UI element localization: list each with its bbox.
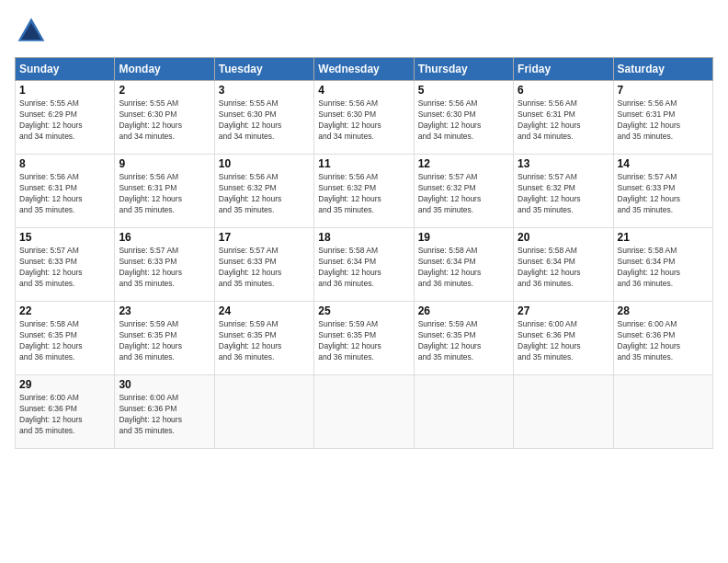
day-number: 29 (19, 378, 110, 391)
day-number: 22 (19, 304, 110, 317)
day-number: 1 (19, 84, 110, 97)
calendar-cell: 18Sunrise: 5:58 AM Sunset: 6:34 PM Dayli… (314, 228, 414, 302)
calendar-cell: 26Sunrise: 5:59 AM Sunset: 6:35 PM Dayli… (414, 302, 513, 375)
day-number: 17 (219, 231, 310, 244)
calendar-cell: 6Sunrise: 5:56 AM Sunset: 6:31 PM Daylig… (514, 81, 613, 155)
calendar-cell: 21Sunrise: 5:58 AM Sunset: 6:34 PM Dayli… (613, 228, 712, 302)
col-header-friday: Friday (514, 58, 613, 81)
calendar-cell: 16Sunrise: 5:57 AM Sunset: 6:33 PM Dayli… (115, 228, 214, 302)
day-info: Sunrise: 5:57 AM Sunset: 6:32 PM Dayligh… (418, 172, 509, 216)
day-info: Sunrise: 6:00 AM Sunset: 6:36 PM Dayligh… (618, 319, 709, 363)
day-info: Sunrise: 6:00 AM Sunset: 6:36 PM Dayligh… (119, 393, 210, 437)
logo-icon (15, 15, 48, 48)
day-number: 14 (618, 157, 709, 170)
day-number: 6 (518, 84, 609, 97)
calendar-cell: 3Sunrise: 5:55 AM Sunset: 6:30 PM Daylig… (214, 81, 313, 155)
day-info: Sunrise: 5:56 AM Sunset: 6:31 PM Dayligh… (618, 98, 709, 143)
calendar-cell: 23Sunrise: 5:59 AM Sunset: 6:35 PM Dayli… (115, 302, 214, 375)
header (15, 15, 713, 48)
day-info: Sunrise: 5:57 AM Sunset: 6:33 PM Dayligh… (119, 246, 210, 290)
day-info: Sunrise: 5:58 AM Sunset: 6:34 PM Dayligh… (418, 246, 509, 290)
day-number: 2 (119, 84, 210, 97)
calendar-cell: 14Sunrise: 5:57 AM Sunset: 6:33 PM Dayli… (613, 155, 712, 228)
day-number: 9 (119, 157, 210, 170)
day-number: 4 (318, 84, 409, 97)
calendar-table: SundayMondayTuesdayWednesdayThursdayFrid… (15, 57, 713, 449)
calendar-cell: 29Sunrise: 6:00 AM Sunset: 6:36 PM Dayli… (16, 375, 115, 449)
calendar-cell: 7Sunrise: 5:56 AM Sunset: 6:31 PM Daylig… (613, 81, 712, 155)
day-info: Sunrise: 5:55 AM Sunset: 6:29 PM Dayligh… (19, 98, 110, 143)
calendar-cell: 15Sunrise: 5:57 AM Sunset: 6:33 PM Dayli… (16, 228, 115, 302)
day-number: 15 (19, 231, 110, 244)
col-header-saturday: Saturday (613, 58, 712, 81)
day-info: Sunrise: 5:57 AM Sunset: 6:33 PM Dayligh… (219, 246, 310, 290)
calendar-cell (613, 375, 712, 449)
day-info: Sunrise: 5:57 AM Sunset: 6:32 PM Dayligh… (518, 172, 609, 216)
calendar-cell: 5Sunrise: 5:56 AM Sunset: 6:30 PM Daylig… (414, 81, 513, 155)
day-number: 24 (219, 304, 310, 317)
calendar-cell: 22Sunrise: 5:58 AM Sunset: 6:35 PM Dayli… (16, 302, 115, 375)
calendar-cell: 11Sunrise: 5:56 AM Sunset: 6:32 PM Dayli… (314, 155, 414, 228)
day-number: 7 (618, 84, 709, 97)
day-info: Sunrise: 5:59 AM Sunset: 6:35 PM Dayligh… (219, 319, 310, 363)
day-info: Sunrise: 5:56 AM Sunset: 6:31 PM Dayligh… (119, 172, 210, 216)
calendar-cell (214, 375, 313, 449)
calendar-cell: 19Sunrise: 5:58 AM Sunset: 6:34 PM Dayli… (414, 228, 513, 302)
calendar-cell: 4Sunrise: 5:56 AM Sunset: 6:30 PM Daylig… (314, 81, 414, 155)
day-info: Sunrise: 5:56 AM Sunset: 6:30 PM Dayligh… (318, 98, 409, 143)
day-info: Sunrise: 5:57 AM Sunset: 6:33 PM Dayligh… (618, 172, 709, 216)
calendar-cell: 9Sunrise: 5:56 AM Sunset: 6:31 PM Daylig… (115, 155, 214, 228)
day-number: 3 (219, 84, 310, 97)
day-info: Sunrise: 5:59 AM Sunset: 6:35 PM Dayligh… (119, 319, 210, 363)
day-info: Sunrise: 5:56 AM Sunset: 6:30 PM Dayligh… (418, 98, 509, 143)
day-info: Sunrise: 6:00 AM Sunset: 6:36 PM Dayligh… (518, 319, 609, 363)
calendar-cell (414, 375, 513, 449)
day-info: Sunrise: 5:55 AM Sunset: 6:30 PM Dayligh… (119, 98, 210, 143)
day-info: Sunrise: 5:58 AM Sunset: 6:34 PM Dayligh… (318, 246, 409, 290)
col-header-monday: Monday (115, 58, 214, 81)
calendar-cell: 8Sunrise: 5:56 AM Sunset: 6:31 PM Daylig… (16, 155, 115, 228)
day-info: Sunrise: 5:58 AM Sunset: 6:34 PM Dayligh… (618, 246, 709, 290)
calendar-cell: 2Sunrise: 5:55 AM Sunset: 6:30 PM Daylig… (115, 81, 214, 155)
day-info: Sunrise: 5:56 AM Sunset: 6:31 PM Dayligh… (19, 172, 110, 216)
calendar-cell (514, 375, 613, 449)
calendar-cell (314, 375, 414, 449)
calendar-cell: 20Sunrise: 5:58 AM Sunset: 6:34 PM Dayli… (514, 228, 613, 302)
day-info: Sunrise: 5:55 AM Sunset: 6:30 PM Dayligh… (219, 98, 310, 143)
day-info: Sunrise: 5:59 AM Sunset: 6:35 PM Dayligh… (418, 319, 509, 363)
day-number: 5 (418, 84, 509, 97)
day-info: Sunrise: 5:56 AM Sunset: 6:31 PM Dayligh… (518, 98, 609, 143)
day-number: 18 (318, 231, 409, 244)
logo (15, 15, 51, 48)
day-number: 19 (418, 231, 509, 244)
day-info: Sunrise: 5:58 AM Sunset: 6:35 PM Dayligh… (19, 319, 110, 363)
calendar-cell: 30Sunrise: 6:00 AM Sunset: 6:36 PM Dayli… (115, 375, 214, 449)
day-info: Sunrise: 5:56 AM Sunset: 6:32 PM Dayligh… (318, 172, 409, 216)
col-header-sunday: Sunday (16, 58, 115, 81)
day-number: 27 (518, 304, 609, 317)
day-number: 25 (318, 304, 409, 317)
calendar-cell: 17Sunrise: 5:57 AM Sunset: 6:33 PM Dayli… (214, 228, 313, 302)
page: SundayMondayTuesdayWednesdayThursdayFrid… (0, 0, 728, 563)
day-info: Sunrise: 5:59 AM Sunset: 6:35 PM Dayligh… (318, 319, 409, 363)
calendar-cell: 13Sunrise: 5:57 AM Sunset: 6:32 PM Dayli… (514, 155, 613, 228)
col-header-thursday: Thursday (414, 58, 513, 81)
day-number: 26 (418, 304, 509, 317)
day-number: 16 (119, 231, 210, 244)
day-number: 21 (618, 231, 709, 244)
day-number: 12 (418, 157, 509, 170)
day-info: Sunrise: 6:00 AM Sunset: 6:36 PM Dayligh… (19, 393, 110, 437)
day-info: Sunrise: 5:56 AM Sunset: 6:32 PM Dayligh… (219, 172, 310, 216)
day-number: 10 (219, 157, 310, 170)
day-number: 30 (119, 378, 210, 391)
day-number: 20 (518, 231, 609, 244)
calendar-cell: 25Sunrise: 5:59 AM Sunset: 6:35 PM Dayli… (314, 302, 414, 375)
calendar-cell: 27Sunrise: 6:00 AM Sunset: 6:36 PM Dayli… (514, 302, 613, 375)
calendar-cell: 24Sunrise: 5:59 AM Sunset: 6:35 PM Dayli… (214, 302, 313, 375)
calendar-cell: 1Sunrise: 5:55 AM Sunset: 6:29 PM Daylig… (16, 81, 115, 155)
day-info: Sunrise: 5:57 AM Sunset: 6:33 PM Dayligh… (19, 246, 110, 290)
calendar-cell: 28Sunrise: 6:00 AM Sunset: 6:36 PM Dayli… (613, 302, 712, 375)
col-header-wednesday: Wednesday (314, 58, 414, 81)
day-number: 8 (19, 157, 110, 170)
day-number: 13 (518, 157, 609, 170)
